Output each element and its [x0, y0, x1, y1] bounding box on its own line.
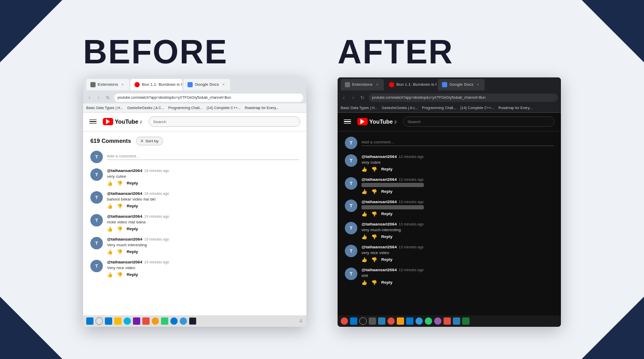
- before-bookmark-4[interactable]: (14) Complete C++...: [207, 106, 240, 110]
- after-taskbar-icon-2[interactable]: [378, 317, 385, 325]
- before-comment-1-reply[interactable]: Reply: [127, 181, 138, 185]
- after-title: AFTER: [338, 33, 453, 71]
- before-yt-logo[interactable]: YouTube β: [103, 118, 142, 125]
- after-comment-3-like[interactable]: 👍: [361, 211, 367, 217]
- after-comment-5-meta: @talhaansari2064 13 minutes ago: [361, 245, 554, 249]
- before-comment-3-like[interactable]: 👍: [107, 227, 113, 232]
- after-bookmark-5[interactable]: Roadmap for Every...: [499, 106, 533, 110]
- after-taskbar-icon-9[interactable]: [444, 317, 451, 325]
- before-comment-4-dislike[interactable]: 👎: [117, 249, 123, 255]
- before-comment-2-like[interactable]: 👍: [107, 204, 113, 209]
- after-taskbar-icon-3[interactable]: [387, 317, 395, 325]
- after-comment-2-like[interactable]: 👍: [361, 189, 367, 194]
- after-address-input[interactable]: youtube.com/watch?app=desktop&v=yXTFOeGI…: [369, 94, 558, 102]
- before-bookmark-3[interactable]: Programming Chall...: [168, 106, 203, 110]
- before-bookmark-2[interactable]: GeeksforGeeks | A C...: [127, 106, 164, 110]
- after-taskbar-icon-10[interactable]: [453, 317, 460, 325]
- after-bookmark-1[interactable]: Basic Data Types | H...: [341, 106, 378, 110]
- after-comment-4-like[interactable]: 👍: [361, 234, 367, 240]
- after-forward-button[interactable]: ›: [350, 95, 356, 101]
- after-comment-1-dislike[interactable]: 👎: [371, 167, 377, 172]
- before-bookmark-1[interactable]: Basic Data Types | H...: [86, 106, 123, 110]
- after-taskbar-icon-6[interactable]: [415, 317, 423, 325]
- before-comment-2-reply[interactable]: Reply: [127, 204, 138, 208]
- after-bookmark-2[interactable]: GeeksforGeeks | A c...: [382, 106, 418, 110]
- before-add-comment-input[interactable]: Add a comment...: [107, 154, 299, 160]
- before-tab-docs[interactable]: Google Docs ×: [183, 79, 230, 90]
- before-taskbar-icon-5[interactable]: [142, 317, 150, 325]
- after-comment-1-like[interactable]: 👍: [361, 167, 367, 172]
- before-bookmark-5[interactable]: Roadmap for Every...: [245, 106, 279, 110]
- after-bookmark-4[interactable]: (14) Complete C++...: [460, 106, 494, 110]
- before-yt-search[interactable]: Search: [149, 116, 300, 127]
- before-taskbar-icon-4[interactable]: [133, 317, 140, 325]
- before-refresh-button[interactable]: ↻: [105, 95, 111, 101]
- before-comment-5-reply[interactable]: Reply: [127, 272, 138, 277]
- after-comment-6-reply[interactable]: Reply: [381, 280, 393, 285]
- after-comment-5-dislike[interactable]: 👎: [371, 257, 377, 262]
- before-start-icon[interactable]: [86, 317, 93, 325]
- before-comment-2-dislike[interactable]: 👎: [117, 204, 123, 209]
- before-taskbar-icon-6[interactable]: [152, 317, 159, 325]
- after-start-icon[interactable]: [350, 317, 357, 325]
- after-comment-3-reply[interactable]: Reply: [381, 211, 393, 216]
- after-tab-extensions[interactable]: Extensions ×: [341, 79, 384, 90]
- before-taskbar-icon-7[interactable]: [161, 317, 168, 325]
- after-back-button[interactable]: ‹: [341, 95, 347, 101]
- after-comment-5-author: @talhaansari2064: [361, 245, 397, 249]
- before-forward-button[interactable]: ›: [96, 95, 102, 101]
- after-tab-ext-close[interactable]: ×: [374, 82, 380, 87]
- after-search-taskbar-icon[interactable]: [359, 317, 367, 325]
- before-tab-ext-close[interactable]: ×: [120, 82, 125, 87]
- after-tab-youtube[interactable]: Bun 1.1: Bundows is here · You... ×: [385, 79, 437, 90]
- after-taskbar-icon-11[interactable]: [462, 317, 469, 325]
- after-tab-docs[interactable]: Google Docs ×: [438, 79, 485, 90]
- after-taskbar-icon-8[interactable]: [434, 317, 441, 325]
- before-comment-5-like[interactable]: 👍: [107, 272, 113, 277]
- after-tab-docs-close[interactable]: ×: [475, 82, 480, 87]
- before-address-input[interactable]: youtube.com/watch?app=desktop&v=yXTFOeGI…: [114, 94, 303, 102]
- after-comment-3-dislike[interactable]: 👎: [371, 211, 377, 217]
- before-comment-5-dislike[interactable]: 👎: [117, 272, 123, 277]
- after-comment-2-reply[interactable]: Reply: [381, 189, 393, 194]
- after-add-comment-input[interactable]: Add a comment...: [361, 140, 554, 146]
- before-back-button[interactable]: ‹: [86, 95, 92, 101]
- before-taskbar-icon-3[interactable]: [124, 317, 131, 325]
- before-browser-window: Extensions × Bun 1.1: Bundows is here · …: [83, 77, 306, 327]
- before-taskbar-icon-10[interactable]: [189, 317, 196, 325]
- after-yt-search[interactable]: Search: [403, 116, 555, 127]
- after-comment-4-reply[interactable]: Reply: [381, 234, 393, 239]
- before-comment-1-like[interactable]: 👍: [107, 181, 113, 186]
- after-hamburger-menu[interactable]: [344, 119, 351, 124]
- after-comment-2-dislike[interactable]: 👎: [371, 189, 377, 194]
- before-comment-4-reply[interactable]: Reply: [127, 249, 138, 254]
- before-taskbar-icon-8[interactable]: [170, 317, 178, 325]
- before-tab-extensions[interactable]: Extensions ×: [86, 79, 129, 90]
- before-taskbar-icon-1[interactable]: [105, 317, 112, 325]
- before-taskbar-icon-2[interactable]: [114, 317, 122, 325]
- after-taskbar-icon-4[interactable]: [397, 317, 404, 325]
- after-refresh-button[interactable]: ↻: [359, 95, 366, 101]
- after-taskbar-icon-1[interactable]: [369, 317, 376, 325]
- after-bookmark-3[interactable]: Programming Chall...: [422, 106, 456, 110]
- before-tab-docs-close[interactable]: ×: [221, 82, 226, 87]
- after-comment-5-reply[interactable]: Reply: [381, 257, 393, 262]
- after-comment-5-like[interactable]: 👍: [361, 257, 367, 262]
- before-hamburger-menu[interactable]: [89, 119, 97, 124]
- before-comment-4-like[interactable]: 👍: [107, 249, 113, 255]
- after-taskbar-icon-0[interactable]: [341, 317, 348, 325]
- after-yt-logo[interactable]: YouTube β: [357, 118, 397, 125]
- before-comment-3-reply[interactable]: Reply: [127, 227, 138, 231]
- after-comment-1-reply[interactable]: Reply: [381, 167, 393, 171]
- after-taskbar-icon-7[interactable]: [425, 317, 432, 325]
- after-taskbar-icon-5[interactable]: [406, 317, 413, 325]
- before-search-taskbar-icon[interactable]: [96, 317, 103, 325]
- before-comment-1-dislike[interactable]: 👎: [117, 181, 123, 186]
- before-comment-3-dislike[interactable]: 👎: [117, 227, 123, 232]
- after-comment-6-dislike[interactable]: 👎: [371, 280, 377, 285]
- after-comment-4-dislike[interactable]: 👎: [371, 234, 377, 240]
- before-tab-youtube[interactable]: Bun 1.1: Bundows is here · You... ×: [130, 79, 182, 90]
- after-comment-6-like[interactable]: 👍: [361, 280, 367, 285]
- before-sort-button[interactable]: ≡ Sort by: [136, 137, 163, 145]
- before-taskbar-icon-9[interactable]: [180, 317, 187, 325]
